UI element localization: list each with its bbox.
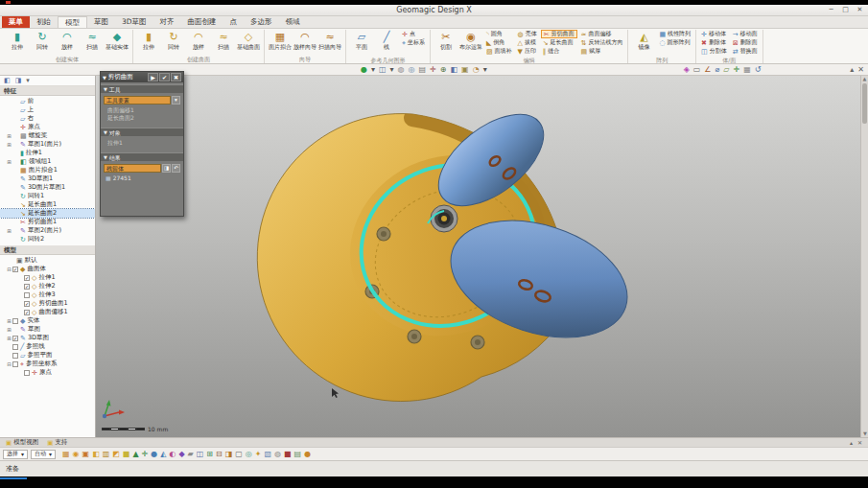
dialog-header-button[interactable]: ✖ (171, 73, 181, 81)
viewport-tool-icon[interactable]: ↺ (755, 65, 762, 75)
feature-section-header[interactable]: 特征 (0, 86, 95, 96)
ribbon-button[interactable]: ≈ 扫描 (211, 30, 236, 50)
expander-icon[interactable]: ⊞ (6, 142, 12, 148)
ribbon-small-button[interactable]: → 移动面 (731, 30, 760, 38)
tree-item[interactable]: ▮ 拉伸1 (0, 149, 95, 157)
tree-item[interactable]: ⊟ ⌖ 参照坐标系 (0, 360, 95, 368)
ribbon-button[interactable]: ◇ 基础曲面 (236, 30, 261, 50)
ribbon-tab[interactable]: 草图 (87, 16, 115, 28)
tree-item[interactable]: ◇ 拉伸2 (0, 282, 95, 290)
ribbon-tab[interactable]: 模型 (58, 16, 87, 28)
viewport-tool-icon[interactable]: ▾ (390, 65, 394, 75)
selection-mode-dropdown[interactable]: 选择 ▾ (3, 450, 28, 459)
tree-item[interactable]: ▱ 参照平面 (0, 351, 95, 360)
ribbon-small-button[interactable]: ≈ 曲面偏移 (579, 30, 625, 38)
ribbon-small-button[interactable]: ⌖ 坐标系 (400, 38, 427, 47)
selection-tool-icon[interactable]: ■ (284, 450, 292, 459)
ribbon-small-button[interactable]: ↘ 延长曲面 (541, 38, 577, 47)
selection-tool-icon[interactable]: ■ (123, 450, 130, 459)
ribbon-tab[interactable]: 对齐 (153, 16, 181, 28)
viewport-canvas[interactable] (96, 76, 860, 437)
viewport-tool-icon[interactable]: ● (361, 65, 367, 75)
ribbon-button[interactable]: ◠ 放样 (55, 30, 80, 50)
viewport-scrollbar[interactable]: ▲ ▼ (860, 76, 868, 437)
dialog-titlebar[interactable]: ▼ 剪切曲面 ▶ ✔ ✖ (101, 72, 183, 82)
visibility-checkbox[interactable] (12, 344, 18, 350)
ribbon-button[interactable]: ≈ 扫描向导 (317, 30, 342, 50)
tool-field-dropdown-icon[interactable]: ▾ (172, 96, 180, 105)
ribbon-button[interactable]: ↻ 回转 (161, 30, 186, 50)
scroll-up-icon[interactable]: ▲ (861, 76, 868, 82)
visibility-checkbox[interactable] (12, 267, 18, 272)
selection-tool-icon[interactable]: ● (151, 450, 157, 459)
ribbon-small-button[interactable]: ✂ 剪切曲面 (541, 30, 577, 38)
ribbon-button[interactable]: ◆ 基础实体 (105, 30, 129, 50)
viewport-tool-icon[interactable]: ◎ (409, 65, 415, 75)
tree-item[interactable]: ↻ 回转1 (0, 192, 95, 200)
selection-tool-icon[interactable]: ▣ (82, 450, 90, 459)
selection-tool-icon[interactable]: ◫ (197, 450, 204, 459)
ribbon-button[interactable]: ▮ 拉伸 (136, 30, 161, 50)
ribbon-tab[interactable]: 点 (223, 16, 245, 28)
ribbon-small-button[interactable]: ⇄ 替换面 (731, 47, 760, 56)
viewport-3d[interactable]: 10 mm (96, 76, 860, 437)
viewport-tool-icon[interactable]: ▭ (693, 65, 701, 75)
result-section-header[interactable]: ▼ 结果 (101, 152, 183, 161)
tool-selection-item[interactable]: 曲面偏移1 (104, 106, 180, 114)
viewport-tool-icon[interactable]: ⊕ (440, 65, 447, 75)
minimize-button[interactable]: ─ (826, 6, 836, 13)
ribbon-tab[interactable]: 领域 (279, 16, 307, 28)
view-tab[interactable]: ▣ 模型视图 (6, 438, 38, 447)
ribbon-small-button[interactable]: ◫ 分割体 (699, 47, 729, 56)
viewport-tool-icon[interactable]: ◫ (379, 65, 387, 75)
ribbon-button[interactable]: ◠ 放样 (186, 30, 211, 50)
visibility-checkbox[interactable] (12, 318, 18, 324)
viewport-tool-icon[interactable]: ◔ (473, 65, 480, 75)
visibility-checkbox[interactable] (24, 301, 30, 307)
selection-tool-icon[interactable]: ⊞ (206, 450, 213, 459)
dialog-header-button[interactable]: ▶ (148, 73, 158, 81)
section-collapse-icon[interactable]: ▼ (104, 128, 107, 137)
tree-item[interactable]: ✎ 3D面片草图1 (0, 183, 95, 192)
selection-tool-icon[interactable]: ▦ (62, 450, 70, 459)
tree-item[interactable]: ◇ 曲面偏移1 (0, 308, 95, 316)
ribbon-tab[interactable]: 菜单 (2, 16, 30, 28)
viewport-tool-icon[interactable]: ▱ (723, 65, 729, 75)
viewport-tool-icon[interactable]: ▤ (419, 65, 427, 75)
tree-item[interactable]: ╱ 参照线 (0, 342, 95, 351)
tree-item[interactable]: ↻ 回转2 (0, 235, 95, 244)
object-section-header[interactable]: ▼ 对象 (101, 128, 183, 136)
result-field-button[interactable]: ↶ (172, 164, 180, 173)
ribbon-button[interactable]: ≈ 扫描 (80, 30, 105, 50)
selection-tool-icon[interactable]: ✦ (255, 450, 262, 459)
selection-tool-icon[interactable]: ▤ (294, 450, 302, 459)
visibility-checkbox[interactable] (24, 310, 30, 315)
tool-elements-field[interactable]: 工具要素 (104, 96, 171, 105)
ribbon-small-button[interactable]: △ 拔模 (516, 38, 539, 47)
selection-tool-icon[interactable]: ◆ (178, 450, 184, 459)
tree-item[interactable]: ⊞ ✎ 草图1(面片) (0, 140, 95, 149)
ribbon-small-button[interactable]: ◌ 圆形阵列 (657, 38, 692, 47)
scroll-down-icon[interactable]: ▼ (861, 430, 868, 437)
ribbon-small-button[interactable]: ▼ 压印 (516, 47, 539, 56)
tree-item[interactable]: ⊞ ◆ 实体 (0, 316, 95, 325)
panel-tool-icon[interactable]: ◧ (4, 77, 11, 84)
viewport-tool-icon[interactable]: ◧ (451, 65, 458, 75)
ribbon-button[interactable]: ↻ 回转 (30, 30, 55, 50)
selection-mode-dropdown[interactable]: 自动 ▾ (31, 450, 56, 459)
close-button[interactable]: ✕ (855, 6, 865, 13)
expander-icon[interactable]: ⊞ (6, 336, 12, 341)
ribbon-small-button[interactable]: ▦ 线性阵列 (657, 30, 692, 38)
ribbon-button[interactable]: ▮ 拉伸 (5, 30, 30, 50)
expander-icon[interactable]: ⊞ (6, 159, 12, 165)
tree-item[interactable]: ⊞ ✎ 草图2(面片) (0, 226, 95, 235)
ribbon-small-button[interactable]: ▤ 赋厚 (579, 47, 625, 56)
maximize-button[interactable]: □ (840, 6, 851, 13)
selection-tool-icon[interactable]: ◍ (274, 450, 281, 459)
ribbon-small-button[interactable]: ⊠ 删除面 (731, 38, 760, 47)
tree-item[interactable]: ⊞ ◧ 领域组1 (0, 157, 95, 166)
remaining-body-field[interactable]: 残留体 (104, 164, 161, 173)
selection-tool-icon[interactable]: ▧ (264, 450, 271, 459)
dialog-header-button[interactable]: ✔ (159, 73, 170, 81)
viewport-tool-icon[interactable]: ⌀ (716, 65, 720, 75)
